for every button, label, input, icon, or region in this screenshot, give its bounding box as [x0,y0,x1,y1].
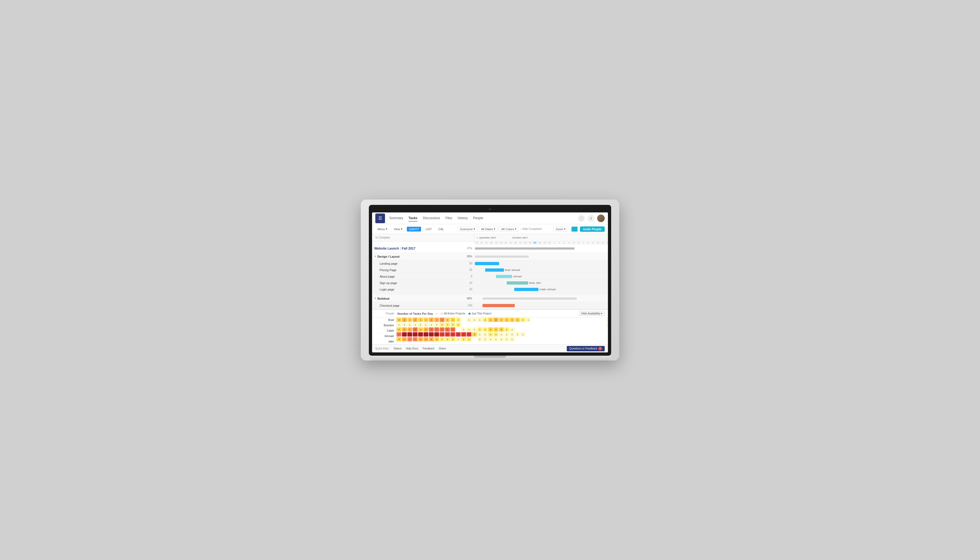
heat-cell-brandon-7: 1 [434,323,439,327]
buildout-toggle[interactable]: ▼ [374,297,377,300]
project-title: Website Launch : Fall 2017 [374,247,463,250]
heat-cell-jake-34 [580,337,585,342]
heatmap-row-brad: 343433445332111234333321111 [396,317,608,322]
heat-cell-ishmael-9: 9 [445,332,450,337]
tab-people[interactable]: People [473,215,483,222]
day-3: 3 [562,242,567,244]
heat-cell-ishmael-32 [569,332,574,337]
checkout-bar [482,304,515,307]
heat-cell-jason-33 [574,342,579,344]
day-4: 4 [567,242,571,244]
user-avatar[interactable] [597,215,605,222]
footer-helpdocs[interactable]: Help Docs [406,347,418,350]
info-icon[interactable]: ℹ [587,215,595,222]
heat-cell-brad-36 [590,318,595,322]
heat-cell-jake-31 [563,337,568,342]
list-button[interactable]: LIST [423,227,434,232]
heat-cell-brandon-18 [493,323,498,327]
project-row: Website Launch : Fall 2017 37% [372,244,608,253]
invite-button[interactable]: Invite People [580,227,605,232]
questions-feedback-button[interactable]: Questions or Feedback 7 [567,346,605,351]
tab-discussions[interactable]: Discussions [423,215,440,222]
heat-cell-brad-7: 4 [434,318,439,322]
heat-cell-brandon-12 [461,323,466,327]
heat-cell-brandon-27 [542,323,547,327]
project-bar [475,247,575,250]
heat-cell-caleb-29 [553,327,558,332]
heat-cell-caleb-39 [607,327,608,332]
heat-cell-brandon-16 [483,323,488,327]
heat-cell-caleb-13: 1 [467,327,472,332]
heat-cell-ishmael-14: 3 [472,332,477,337]
heat-cell-jason-31 [563,342,568,344]
heat-cell-jake-19: 1 [499,337,504,342]
day-16: 16 [479,242,484,244]
footer-feedback[interactable]: Feedback [423,347,435,350]
heat-cell-brad-37 [596,318,601,322]
hide-completed-label[interactable]: ○ Hide Completed [520,228,542,230]
zoom-button[interactable]: Zoom ▾ [553,226,568,232]
footer-share[interactable]: Share [439,347,446,350]
app-logo[interactable]: ☰ [375,213,385,223]
hide-availability-button[interactable]: Hide Availability ▾ [579,311,605,316]
heat-cell-jason-28 [547,342,552,344]
this-project-option[interactable]: Just This Project [468,312,492,315]
cal-button[interactable]: CAL [436,227,446,232]
day-24: 24 [518,242,523,244]
heat-cell-brandon-3: 1 [413,323,418,327]
heat-cell-ishmael-10: 9 [450,332,455,337]
design-toggle[interactable]: ▼ [374,255,377,258]
everyone-dropdown[interactable]: Everyone ▾ [458,226,477,232]
heat-cell-ishmael-20: 1 [504,332,509,337]
heat-cell-ishmael-8: 9 [440,332,445,337]
heat-cell-brandon-39: 1 [607,323,608,327]
all-projects-option[interactable]: All Active Projects [441,312,465,315]
heat-cell-brad-29 [553,318,558,322]
task-signup-pct: 10 [463,282,472,284]
heat-cell-brad-4: 3 [418,318,423,322]
footer-videos[interactable]: Videos [393,347,402,350]
day-9: 9 [591,242,595,244]
heat-cell-jake-16: 1 [483,337,488,342]
colors-dropdown[interactable]: All Colors ▾ [499,226,519,232]
heat-cell-caleb-4: 3 [418,327,423,332]
dropdown-indicator[interactable]: ▾ [436,312,438,315]
heat-cell-brandon-8: 2 [440,323,445,327]
heat-cell-caleb-24 [526,327,531,332]
view-button[interactable]: View ▾ [392,227,405,232]
gantt-scroll-area[interactable]: Website Launch : Fall 2017 37% ▼ De [372,244,608,309]
tab-summary[interactable]: Summary [389,215,403,222]
menu-button[interactable]: Menu ▾ [375,227,390,232]
day-10: 10 [595,242,600,244]
heat-cell-brandon-10: 2 [450,323,455,327]
tab-tasks[interactable]: Tasks [408,215,417,222]
laptop-base [369,356,611,360]
task-header: % Complete [372,234,474,241]
heat-cell-jake-12: 2 [461,337,466,342]
heat-cell-jake-7: 3 [434,337,439,342]
person-caleb: Caleb [372,328,396,333]
heat-cell-brad-9: 3 [445,318,450,322]
section-buildout-left: ▼ Buildout 68% [372,297,474,300]
heat-cell-brandon-14 [472,323,477,327]
person-ishmael: Ishmael [372,333,396,339]
tab-history[interactable]: History [458,215,468,222]
project-left: Website Launch : Fall 2017 37% [372,247,474,250]
heat-cell-jake-28 [547,337,552,342]
dates-dropdown[interactable]: All Dates ▾ [479,226,498,232]
timeline-months: S eptember 2017 October 2017 [474,234,608,241]
heat-cell-caleb-0: 3 [397,327,402,332]
heat-cell-brad-24: 1 [526,318,531,322]
heat-cell-brad-21: 3 [510,318,515,322]
clock-icon[interactable]: 🕐 [578,215,585,222]
day-numbers: 15 16 17 18 19 20 21 22 23 24 25 26 [474,242,608,244]
task-pricing-row: Pricing Page 35 Brad, Ishmael [372,267,608,273]
color-swatch[interactable] [571,227,578,232]
heat-cell-ishmael-15: 1 [477,332,482,337]
heat-cell-jason-24 [526,342,531,344]
day-18: 18 [489,242,494,244]
gantt-button[interactable]: GANTT [407,227,421,232]
tab-files[interactable]: Files [445,215,452,222]
day-22: 22 [508,242,513,244]
heat-cell-jake-38 [601,337,606,342]
